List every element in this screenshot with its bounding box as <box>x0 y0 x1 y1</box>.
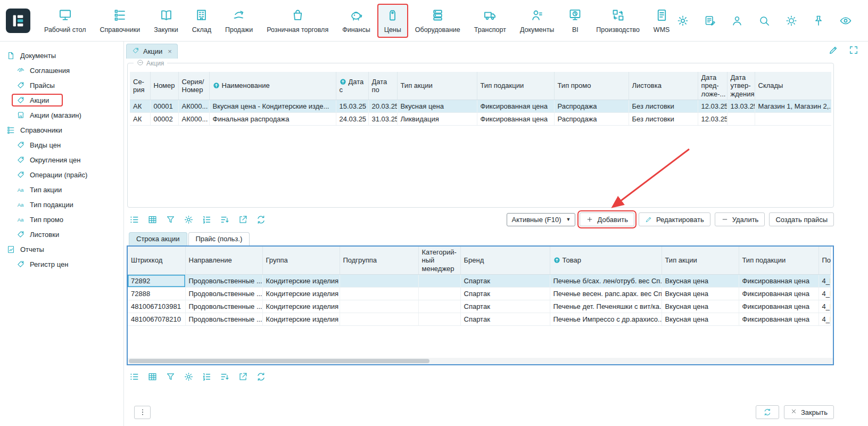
table-cell[interactable]: Печенье дет. Печеняшки с вит/ка... <box>550 300 662 313</box>
nav-item-retail[interactable]: Розничная торговля <box>260 4 335 38</box>
export-button[interactable] <box>238 215 248 225</box>
column-header[interactable]: Категорий- ный менеджер <box>418 247 460 274</box>
fullscreen-button[interactable] <box>848 45 859 55</box>
tab-price-user[interactable]: Прайс (польз.) <box>188 232 250 245</box>
nav-item-production[interactable]: Производство <box>589 4 647 38</box>
table-cell[interactable]: Продовольственные ... <box>185 300 262 313</box>
table-cell[interactable]: АК <box>130 112 150 125</box>
sort-lines-button[interactable] <box>220 215 230 225</box>
table-cell[interactable]: Магазин 1, Магазин 2,... <box>755 100 831 112</box>
settings-button[interactable] <box>184 372 194 382</box>
scrollbar-thumb[interactable] <box>129 359 429 363</box>
table-cell[interactable]: Фиксированная цена <box>739 313 819 325</box>
column-header[interactable]: Товар <box>550 247 662 274</box>
column-header[interactable]: Направление <box>185 247 262 274</box>
table-row[interactable]: 4810067078210Продовольственные ...Кондит… <box>128 313 830 325</box>
table-cell[interactable]: 31.03.25 <box>368 112 397 125</box>
sort-lines-button[interactable] <box>220 372 230 382</box>
groupbox-label[interactable]: Акция <box>134 59 167 68</box>
table-row[interactable]: АК00001АК000...Вкусная цена - Кондитерск… <box>130 100 831 112</box>
table-cell[interactable]: Вкусная цена <box>662 313 739 325</box>
user-button[interactable] <box>731 14 743 27</box>
column-header[interactable]: Серия/ Номер <box>178 72 209 100</box>
refresh-button[interactable] <box>756 405 779 419</box>
table-cell[interactable]: Финальная распродажа <box>209 112 336 125</box>
table-cell[interactable]: Вкусная цена <box>662 287 739 300</box>
table-cell[interactable]: 72892 <box>128 274 185 287</box>
table-cell[interactable]: Фиксированная цена <box>739 300 819 313</box>
table-cell[interactable]: Вкусная цена <box>662 274 739 287</box>
nav-item-wms[interactable]: WMS <box>647 4 677 38</box>
sidebar-item-price-types[interactable]: Виды цен <box>0 137 123 152</box>
table-cell[interactable]: Продовольственные ... <box>185 313 262 325</box>
table-cell[interactable]: Печенье б/сах. лен/отруб. вес Сп... <box>550 274 662 287</box>
nav-item-bi[interactable]: BI <box>561 4 589 38</box>
sidebar-item-promos[interactable]: Акции <box>0 93 123 108</box>
table-cell[interactable]: 13.03.25 <box>727 100 755 112</box>
sidebar-item-promo-kind[interactable]: AaТип промо <box>0 212 123 227</box>
table-cell[interactable] <box>418 300 460 313</box>
sidebar-item-pricelists[interactable]: Прайсы <box>0 78 123 93</box>
grid-button[interactable] <box>147 215 158 225</box>
table-cell[interactable]: Спартак <box>460 274 550 287</box>
table-cell[interactable]: Фиксированная цена <box>739 274 819 287</box>
settings-button[interactable] <box>676 14 689 27</box>
table-cell[interactable]: 4810067103981 <box>128 300 185 313</box>
table-cell[interactable]: Фиксированная цена <box>739 287 819 300</box>
sidebar-section-catalogs[interactable]: Справочники <box>0 122 123 137</box>
table-cell[interactable]: Спартак <box>460 313 550 325</box>
table-cell[interactable]: Ликвидация <box>397 112 477 125</box>
table-cell[interactable]: Фиксированная цена <box>477 100 554 112</box>
sidebar-item-price-register[interactable]: Регистр цен <box>0 257 123 272</box>
table-cell[interactable] <box>340 287 418 300</box>
column-header[interactable]: По <box>819 247 830 274</box>
table-cell[interactable]: 12.03.25 <box>698 112 727 125</box>
table-cell[interactable]: 4_П <box>819 300 830 313</box>
eye-button[interactable] <box>839 14 852 27</box>
column-header[interactable]: Дата утвер- ждения <box>727 72 755 100</box>
table-cell[interactable]: Вкусная цена <box>662 300 739 313</box>
column-header[interactable]: Дата пред- ложе-... <box>698 72 727 100</box>
column-header[interactable]: Дата с <box>336 72 368 100</box>
table-cell[interactable]: Печенье Импрессо с др.арахисо... <box>550 313 662 325</box>
column-header[interactable]: Листовка <box>629 72 698 100</box>
table-row[interactable]: 72888Продовольственные ...Кондитерские и… <box>128 287 830 300</box>
search-button[interactable] <box>758 14 771 27</box>
table-row[interactable]: 72892Продовольственные ...Кондитерские и… <box>128 274 830 287</box>
filter-select[interactable]: Активные (F10) ▼ <box>507 213 575 226</box>
tab-close-icon[interactable]: × <box>168 47 172 55</box>
app-logo[interactable] <box>6 9 30 33</box>
pin-button[interactable] <box>812 14 825 27</box>
table-cell[interactable]: Печенье весен. рапс.арах. вес Сп... <box>550 287 662 300</box>
nav-item-documents[interactable]: Документы <box>513 4 561 38</box>
column-header[interactable]: Подгруппа <box>340 247 418 274</box>
sidebar-item-subpromo-type[interactable]: AaТип подакции <box>0 197 123 212</box>
nav-item-finance[interactable]: Финансы <box>335 4 377 38</box>
table-cell[interactable]: 4_П <box>819 274 830 287</box>
table-cell[interactable] <box>727 112 755 125</box>
table-cell[interactable]: Кондитерские изделия <box>262 287 340 300</box>
table-cell[interactable]: АК <box>130 100 150 112</box>
table-cell[interactable]: 20.03.25 <box>368 100 397 112</box>
tab-promo-line[interactable]: Строка акции <box>129 232 187 245</box>
table-cell[interactable]: 72888 <box>128 287 185 300</box>
sidebar-item-price-operations[interactable]: Операции (прайс) <box>0 167 123 182</box>
sidebar-item-price-rounding[interactable]: Округления цен <box>0 152 123 167</box>
table-cell[interactable]: Фиксированная цена <box>477 112 554 125</box>
nav-item-prices[interactable]: Цены <box>377 4 408 38</box>
table-cell[interactable] <box>340 313 418 325</box>
column-header[interactable]: Наименование <box>209 72 336 100</box>
nav-item-sales[interactable]: Продажи <box>218 4 260 38</box>
column-header[interactable]: Бренд <box>460 247 550 274</box>
export-button[interactable] <box>238 372 248 382</box>
table-cell[interactable]: Вкусная цена <box>397 100 477 112</box>
table-cell[interactable]: 4_П <box>819 287 830 300</box>
rows-button[interactable] <box>129 372 139 382</box>
grid-button[interactable] <box>147 372 158 382</box>
table-cell[interactable]: Продовольственные ... <box>185 287 262 300</box>
column-header[interactable]: Номер <box>150 72 178 100</box>
column-header[interactable]: Штрихкод <box>128 247 185 274</box>
table-cell[interactable]: Продовольственные ... <box>185 274 262 287</box>
column-header[interactable]: Тип подакции <box>739 247 819 274</box>
table-cell[interactable] <box>418 313 460 325</box>
